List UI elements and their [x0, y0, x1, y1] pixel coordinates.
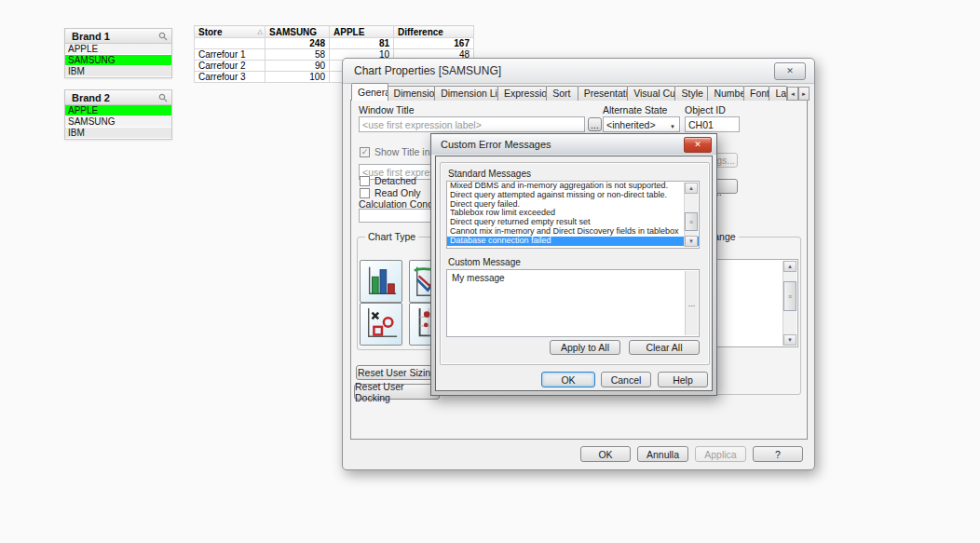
tab-dimension-limits[interactable]: Dimension Limits	[434, 86, 498, 101]
samsung-cell[interactable]: 100	[265, 72, 330, 83]
list-item[interactable]: APPLE	[65, 44, 171, 55]
tab-font[interactable]: Font	[743, 86, 769, 101]
window-title-browse-button[interactable]: ...	[588, 117, 602, 131]
column-header-difference[interactable]: Difference	[394, 26, 474, 38]
cancel-button[interactable]: Cancel	[601, 372, 651, 387]
listbox-brand-1: Brand 1 APPLE SAMSUNG IBM	[64, 28, 172, 78]
messages-scrollbar[interactable]: ▲ ≡ ▼	[684, 183, 698, 247]
scrollbar-thumb[interactable]: ≡	[685, 212, 698, 231]
listbox-brand-2: Brand 2 APPLE SAMSUNG IBM	[64, 89, 172, 140]
store-cell[interactable]: Carrefour 2	[195, 61, 265, 72]
search-icon[interactable]	[158, 93, 168, 102]
tab-scroll-arrows: ◄ ►	[787, 87, 810, 101]
tab-dimensions[interactable]: Dimensions	[388, 86, 436, 101]
samsung-cell[interactable]: 58	[265, 49, 330, 61]
alternate-state-select[interactable]: <inherited> ▼	[603, 116, 680, 132]
scroll-down-icon[interactable]: ▼	[685, 236, 698, 247]
scroll-down-icon[interactable]: ▼	[783, 334, 796, 346]
more-button[interactable]: ...	[685, 271, 698, 335]
total-store-cell	[195, 38, 265, 49]
column-header-apple[interactable]: APPLE	[330, 26, 394, 38]
close-icon[interactable]: ✕	[774, 62, 806, 80]
tab-visual-cues[interactable]: Visual Cues	[627, 86, 675, 101]
tab-general[interactable]: General	[351, 83, 388, 101]
total-samsung-cell: 248	[265, 38, 330, 49]
tab-style[interactable]: Style	[674, 86, 708, 101]
samsung-cell[interactable]: 90	[265, 61, 330, 72]
checkbox-icon	[360, 188, 370, 198]
chevron-down-icon: ▼	[670, 120, 675, 132]
standard-messages-list: Mixed DBMS and in-memory aggregation is …	[446, 181, 700, 249]
tab-layout-clipped[interactable]: La	[769, 86, 787, 101]
list-item[interactable]: SAMSUNG	[65, 116, 171, 128]
list-item[interactable]: IBM	[65, 128, 171, 139]
list-item[interactable]: Direct query returned empty result set	[447, 218, 699, 227]
help-button[interactable]: Help	[658, 372, 708, 387]
visible-types-scrollbar[interactable]: ▲ ≡ ▼	[783, 261, 796, 346]
list-item[interactable]: Tablebox row limit exceeded	[447, 209, 699, 218]
apply-to-all-button[interactable]: Apply to All	[550, 340, 620, 355]
column-header-store[interactable]: Store△	[195, 26, 265, 38]
custom-error-messages-dialog: Custom Error Messages ✕ Standard Message…	[430, 133, 717, 396]
reset-user-docking-button[interactable]: Reset User Docking	[354, 384, 440, 400]
scrollbar-thumb[interactable]: ≡	[783, 281, 796, 311]
ok-button[interactable]: OK	[541, 372, 595, 387]
tab-presentation[interactable]: Presentation	[578, 86, 628, 101]
tab-scroll-left-icon[interactable]: ◄	[787, 87, 798, 101]
store-cell[interactable]: Carrefour 3	[195, 72, 265, 83]
list-item[interactable]: Cannot mix in-memory and Direct Discover…	[447, 227, 699, 237]
error-dialog-body: Standard Messages Mixed DBMS and in-memo…	[435, 156, 713, 391]
list-item[interactable]: Direct query attempted against missing o…	[447, 191, 699, 200]
scroll-up-icon[interactable]: ▲	[685, 183, 698, 194]
help-button[interactable]: ?	[753, 446, 803, 462]
chart-properties-titlebar[interactable]: Chart Properties [SAMSUNG] ✕	[343, 59, 814, 84]
detached-label: Detached	[374, 175, 416, 186]
error-dialog-titlebar[interactable]: Custom Error Messages ✕	[431, 134, 716, 155]
alternate-state-label: Alternate State	[603, 104, 667, 115]
list-item-selected[interactable]: APPLE	[65, 105, 171, 116]
scatter-chart-type-button[interactable]	[360, 303, 402, 346]
object-id-input[interactable]: CH01	[685, 116, 740, 132]
listbox-title: Brand 2	[72, 92, 110, 103]
search-icon[interactable]	[158, 32, 168, 41]
scroll-up-icon[interactable]: ▲	[783, 261, 796, 272]
list-item[interactable]: IBM	[65, 66, 171, 77]
total-apple-cell: 81	[330, 38, 394, 49]
reset-user-sizing-button[interactable]: Reset User Sizing	[356, 365, 438, 380]
list-item[interactable]: Mixed DBMS and in-memory aggregation is …	[447, 182, 699, 191]
close-icon[interactable]: ✕	[684, 137, 712, 153]
tab-expressions[interactable]: Expressions	[497, 86, 547, 101]
listbox-brand-1-header[interactable]: Brand 1	[65, 29, 171, 44]
custom-message-label: Custom Message	[448, 257, 521, 267]
scatter-chart-icon	[363, 306, 399, 342]
listbox-title: Brand 1	[72, 31, 110, 42]
custom-message-textarea[interactable]: My message ...	[446, 269, 700, 337]
tab-sort[interactable]: Sort	[546, 86, 578, 101]
list-item-selected[interactable]: SAMSUNG	[65, 55, 171, 66]
checkbox-icon	[360, 176, 370, 186]
ok-button[interactable]: OK	[580, 446, 631, 462]
tab-scroll-right-icon[interactable]: ►	[798, 87, 810, 101]
read-only-checkbox[interactable]: Read Only	[360, 187, 421, 198]
list-item-selected[interactable]: Database connection failed	[447, 237, 699, 246]
object-id-label: Object ID	[685, 104, 726, 115]
window-title-input[interactable]: <use first expression label>	[359, 116, 585, 132]
dialog-title: Custom Error Messages	[431, 139, 684, 150]
clear-all-button[interactable]: Clear All	[629, 340, 700, 355]
sort-icon: △	[258, 28, 263, 35]
application-canvas: Brand 1 APPLE SAMSUNG IBM Brand 2 APPLE …	[0, 0, 980, 543]
tab-number[interactable]: Number	[707, 86, 744, 101]
apply-button[interactable]: Applica	[695, 446, 746, 462]
bar-chart-icon	[363, 264, 399, 299]
bar-chart-type-button[interactable]	[360, 260, 402, 303]
column-header-samsung[interactable]: SAMSUNG	[265, 26, 330, 38]
listbox-brand-2-header[interactable]: Brand 2	[65, 90, 171, 105]
store-cell[interactable]: Carrefour 1	[195, 49, 265, 61]
alternate-state-value: <inherited>	[606, 119, 656, 130]
dialog-title: Chart Properties [SAMSUNG]	[343, 64, 774, 77]
list-item[interactable]: Direct query failed.	[447, 200, 699, 210]
read-only-label: Read Only	[374, 187, 421, 198]
detached-checkbox[interactable]: Detached	[360, 175, 416, 186]
cancel-button[interactable]: Annulla	[637, 446, 688, 462]
custom-message-value: My message	[452, 273, 505, 283]
